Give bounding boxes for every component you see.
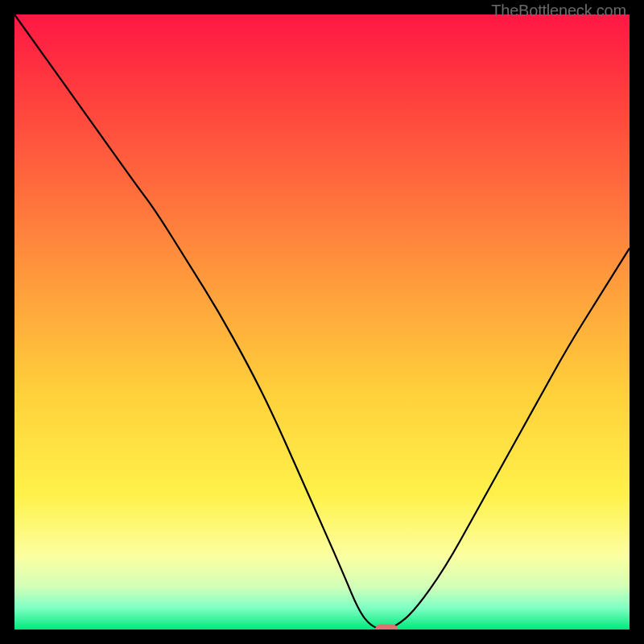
chart-container: TheBottleneck.com bbox=[0, 0, 644, 644]
plot-area bbox=[14, 14, 630, 630]
bottleneck-marker bbox=[375, 625, 398, 630]
bottleneck-curve bbox=[14, 14, 630, 629]
watermark-text: TheBottleneck.com bbox=[491, 2, 626, 20]
curve-svg bbox=[14, 14, 630, 630]
